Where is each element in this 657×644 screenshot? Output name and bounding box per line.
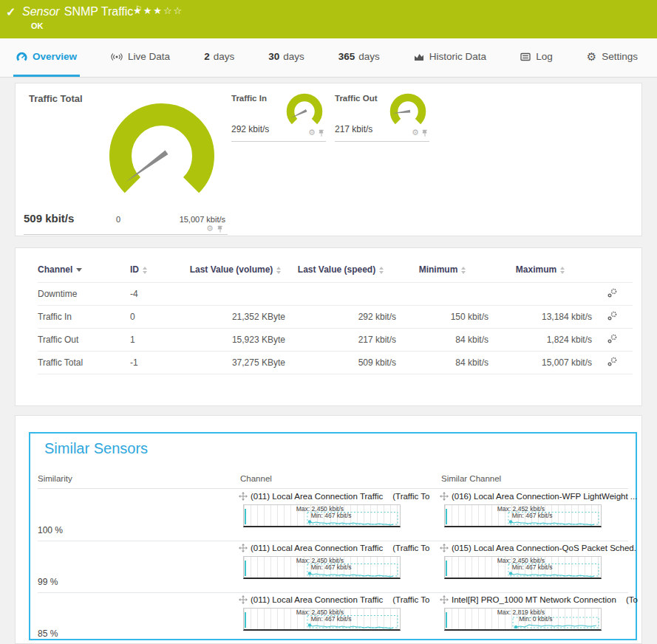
move-handle-icon[interactable] (239, 492, 248, 501)
channel-name: (011) Local Area Connection Traffic (251, 544, 383, 552)
similar-channel-link[interactable]: Intel[R] PRO_1000 MT Network Connection … (440, 595, 644, 604)
similar-sensor-row: (011) Local Area Connection Traffic (Tra… (30, 541, 636, 593)
column-header-channel: Channel (240, 474, 272, 483)
traffic-out-label: Traffic Out (335, 94, 378, 103)
maximum-value: 1,824 kbit/s (489, 329, 592, 352)
tab-settings[interactable]: ⚙ Settings (584, 38, 641, 77)
move-handle-icon[interactable] (440, 544, 449, 552)
channel-id: -1 (130, 352, 185, 374)
last-value-speed: 509 kbit/s (285, 352, 396, 374)
channel-link[interactable]: (011) Local Area Connection Traffic (Tra… (239, 595, 443, 604)
sort-icon (560, 267, 565, 274)
similar-sensors-box: Similar Sensors Similarity Channel Simil… (29, 432, 637, 640)
similar-sensors-panel: Similar Sensors Similarity Channel Simil… (15, 415, 642, 644)
main-gauge-scale-max: 15,007 kbit/s (147, 215, 225, 224)
minigraph-min-label: Min: 0 kbit/s (519, 615, 552, 623)
maximum-value: 15,007 kbit/s (489, 352, 592, 374)
gauge-icon (16, 52, 27, 62)
sensor-overview-page: ✓ SensorSNMP Traffic⚐ ★★★☆☆ OK Overview … (0, 0, 657, 644)
gauge-pin-icon[interactable] (421, 129, 429, 137)
column-header-last-value-volume[interactable]: Last Value (volume) (185, 258, 285, 283)
divider (335, 141, 429, 142)
similarity-value: 85 % (38, 628, 58, 639)
minigraph-min-label: Min: 467 kbit/s (311, 615, 352, 623)
last-value-volume: 15,923 KByte (185, 329, 285, 352)
table-row-traffic-total: Traffic Total -1 37,275 KByte 509 kbit/s… (38, 352, 633, 374)
status-badge: OK (31, 21, 44, 30)
similar-channel-link[interactable]: (015) Local Area Connection-QoS Packet S… (440, 544, 644, 552)
channel-id: -4 (130, 283, 185, 306)
divider (38, 488, 628, 489)
tab-log[interactable]: Log (517, 38, 556, 77)
minimum-value: 84 kbit/s (396, 329, 489, 352)
last-value-speed: 217 kbit/s (285, 329, 396, 352)
similar-channel-link[interactable]: (016) Local Area Connection-WFP LightWei… (440, 492, 644, 501)
similarity-value: 100 % (38, 525, 63, 535)
channel-minigraph: Max: 2,450 kbit/s Min: 467 kbit/s (243, 504, 401, 527)
tab-365-days[interactable]: 365 days (336, 38, 383, 77)
traffic-out-mini-panel: Traffic Out 217 kbit/s ⚙ (335, 94, 429, 143)
table-row-traffic-in: Traffic In 0 21,352 KByte 292 kbit/s 150… (38, 306, 633, 329)
tab-365-days-label: days (358, 51, 380, 62)
channel-name: (011) Local Area Connection Traffic (251, 492, 383, 501)
channel-link[interactable]: (011) Local Area Connection Traffic (Tra… (239, 544, 443, 552)
minigraph-min-label: Min: 467 kbit/s (512, 512, 553, 519)
maximum-value (489, 283, 592, 306)
column-header-id[interactable]: ID (130, 258, 185, 283)
traffic-total-gauge (101, 98, 223, 210)
priority-star-rating[interactable]: ★★★☆☆ (133, 5, 183, 16)
traffic-in-value: 292 kbit/s (231, 124, 269, 134)
tab-2-days[interactable]: 2 days (201, 38, 237, 77)
last-value-volume: 37,275 KByte (185, 352, 285, 374)
minimum-value: 84 kbit/s (396, 352, 489, 374)
channel-settings-gears-icon[interactable] (607, 288, 617, 298)
channel-settings-gears-icon[interactable] (607, 357, 617, 366)
minigraph-min-label: Min: 467 kbit/s (311, 564, 352, 571)
column-header-similar-channel: Similar Channel (441, 474, 501, 483)
gauge-settings-gear-icon[interactable]: ⚙ (412, 129, 419, 137)
channel-id: 0 (130, 306, 185, 329)
channel-link[interactable]: (011) Local Area Connection Traffic (Tra… (239, 492, 443, 501)
tab-live-data-label: Live Data (128, 51, 170, 62)
gauge-pin-icon[interactable] (318, 129, 325, 137)
move-handle-icon[interactable] (440, 492, 449, 501)
tab-2-days-label: days (214, 51, 235, 62)
gauge-pin-icon[interactable] (217, 225, 224, 233)
channel-name-suffix: (Traffic To (392, 595, 429, 604)
similar-channel-name: (016) Local Area Connection-WFP LightWei… (452, 492, 637, 501)
column-header-similarity: Similarity (38, 474, 72, 483)
similar-sensor-row: (011) Local Area Connection Traffic (Tra… (30, 593, 636, 644)
tab-live-data[interactable]: Live Data (108, 38, 173, 77)
similar-sensor-row: (011) Local Area Connection Traffic (Tra… (30, 490, 636, 541)
tab-overview[interactable]: Overview (13, 38, 80, 77)
column-header-minimum[interactable]: Minimum (396, 258, 489, 283)
area-chart-icon (414, 52, 424, 62)
tab-historic-data[interactable]: Historic Data (411, 38, 489, 77)
column-header-maximum[interactable]: Maximum (489, 258, 592, 283)
channel-minigraph: Max: 2,450 kbit/s Min: 467 kbit/s (243, 608, 401, 631)
similar-channel-name: (015) Local Area Connection-QoS Packet S… (452, 544, 636, 552)
gauge-settings-gear-icon[interactable]: ⚙ (308, 129, 316, 137)
sensor-header: ✓ SensorSNMP Traffic⚐ ★★★☆☆ OK (0, 0, 657, 38)
last-value-volume: 21,352 KByte (185, 306, 285, 329)
channel-settings-gears-icon[interactable] (607, 311, 617, 321)
tab-30-days-label: days (283, 51, 304, 62)
move-handle-icon[interactable] (239, 595, 248, 604)
column-header-edit (592, 258, 633, 283)
tab-bar: Overview Live Data 2 days 30 days 365 da… (0, 38, 657, 78)
column-header-last-value-speed[interactable]: Last Value (speed) (285, 258, 396, 283)
tab-30-days-number: 30 (268, 51, 279, 62)
move-handle-icon[interactable] (440, 595, 449, 604)
channel-name: Downtime (38, 283, 130, 306)
gauge-settings-gear-icon[interactable]: ⚙ (206, 225, 214, 233)
channel-settings-gears-icon[interactable] (607, 334, 617, 343)
table-row-downtime: Downtime -4 (38, 283, 633, 306)
column-header-channel[interactable]: Channel (38, 258, 130, 283)
tab-30-days[interactable]: 30 days (265, 38, 307, 77)
divider (24, 234, 228, 235)
last-value-volume (185, 283, 285, 306)
live-broadcast-icon (111, 52, 123, 62)
traffic-in-label: Traffic In (231, 94, 267, 103)
tab-2-days-number: 2 (204, 51, 210, 62)
move-handle-icon[interactable] (239, 544, 248, 552)
